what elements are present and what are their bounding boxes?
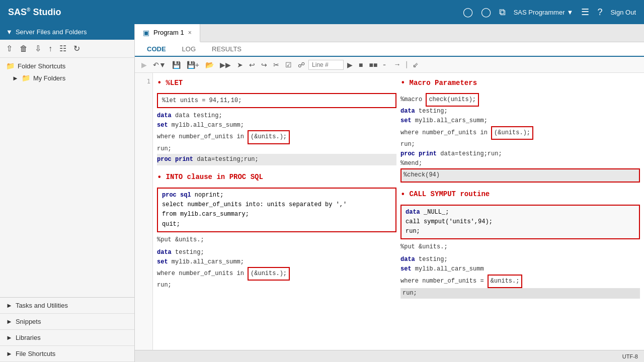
where-prefix: where number_of_units in	[157, 133, 248, 140]
my-folders-icon: 📁	[22, 74, 30, 82]
grid-icon[interactable]: ⧉	[499, 7, 506, 18]
download-button[interactable]: ⇩	[33, 43, 43, 54]
server-files-header[interactable]: ▼ Server Files and Folders	[0, 24, 134, 40]
tasks-utilities-item[interactable]: ► Tasks and Utilities	[0, 298, 134, 314]
folder-shortcuts-label: Folder Shortcuts	[18, 62, 65, 70]
send2-button[interactable]: ➤	[234, 59, 246, 70]
app-logo: SAS® Studio	[8, 7, 61, 18]
programmer-dropdown[interactable]: SAS Programmer ▼	[514, 9, 574, 16]
bullet-sql-icon: •	[157, 171, 162, 184]
header: SAS® Studio ◯ ◯ ⧉ SAS Programmer ▼ ☰ ? S…	[0, 0, 644, 24]
header-left: SAS® Studio	[8, 7, 61, 18]
sign-out-button[interactable]: Sign Out	[610, 9, 636, 16]
copy-button[interactable]: ☑	[283, 59, 294, 70]
table-button[interactable]: ☷	[57, 43, 68, 54]
section-sql-title: • INTO clause in PROC SQL	[157, 171, 396, 184]
bullet-icon: •	[157, 77, 162, 89]
left-code-column: • %LET %let units = 94,11,10; data data …	[157, 77, 396, 346]
editor-toolbar: ▶ ↶▼ 💾 💾+ 📂 ▶▶ ➤ ↩ ↪ ✂ ☑ ☍ ▶ ■ ■■ ╴ →⎹ ⇙	[135, 57, 644, 73]
file-shortcuts-label: File Shortcuts	[16, 350, 55, 357]
upload-button[interactable]: ⇧	[4, 43, 15, 54]
expand-icon: ►	[12, 74, 19, 82]
file-shortcuts-item[interactable]: ► File Shortcuts	[0, 346, 134, 362]
chevron-down-icon: ▼	[567, 9, 574, 16]
put-line: %put &units.;	[157, 235, 396, 245]
tasks-label: Tasks and Utilities	[16, 302, 68, 309]
cloud-icon[interactable]: ◯	[481, 7, 491, 18]
snippets-expand-icon: ►	[6, 318, 13, 325]
save-as-button[interactable]: 💾+	[184, 59, 202, 70]
run-all-button[interactable]: ▶	[345, 59, 355, 70]
line-number-input[interactable]	[308, 60, 344, 70]
undo-button[interactable]: ↩	[247, 59, 258, 70]
programmer-label: SAS Programmer	[514, 9, 565, 16]
open-button[interactable]: 📂	[203, 59, 216, 70]
bullet-call-icon: •	[400, 189, 406, 201]
folder-shortcuts-item[interactable]: 📁 Folder Shortcuts	[2, 60, 132, 72]
editor-content[interactable]: • %LET %let units = 94,11,10; data data …	[153, 73, 644, 350]
tab-close-button[interactable]: ×	[188, 29, 192, 36]
expand-button[interactable]: ⇙	[410, 59, 421, 70]
server-files-label: Server Files and Folders	[16, 28, 87, 36]
right-code-column: • Macro Parameters %macro check(units); …	[400, 77, 640, 346]
snippets-item[interactable]: ► Snippets	[0, 314, 134, 330]
units-highlight-3: &units.;	[488, 275, 523, 288]
send-button[interactable]: ▶▶	[217, 59, 233, 70]
put-line-right: %put &units.;	[400, 242, 640, 252]
run-selected-button[interactable]: ▶	[139, 59, 149, 70]
paste-button[interactable]: ☍	[295, 59, 307, 70]
line-numbers: 1	[135, 73, 153, 350]
my-folders-item[interactable]: ► 📁 My Folders	[2, 72, 132, 84]
tab-code[interactable]: CODE	[139, 42, 174, 57]
step-button[interactable]: ■■	[367, 59, 380, 70]
call-code-box: data _NULL_; call symput('units',94); ru…	[400, 205, 640, 240]
cut-button[interactable]: ✂	[271, 59, 282, 70]
run-undo-button[interactable]: ↶▼	[150, 59, 169, 70]
redo-button[interactable]: ↪	[259, 59, 270, 70]
question-icon[interactable]: ?	[597, 7, 602, 18]
tab-results[interactable]: RESULTS	[204, 42, 250, 56]
run-text: run;	[157, 145, 172, 152]
sidebar-toolbar: ⇧ 🗑 ⇩ ↑ ☷ ↻	[0, 40, 134, 58]
main-layout: ▼ Server Files and Folders ⇧ 🗑 ⇩ ↑ ☷ ↻ 📁…	[0, 24, 644, 362]
sidebar-bottom: ► Tasks and Utilities ► Snippets ► Libra…	[0, 297, 134, 362]
libraries-expand-icon: ►	[6, 334, 13, 341]
folder-shortcuts-icon: 📁	[6, 62, 15, 70]
format-button[interactable]: ╴	[381, 59, 390, 70]
program1-tab[interactable]: ▣ Program 1 ×	[135, 24, 200, 42]
macro-title-text: Macro Parameters	[410, 78, 477, 88]
status-bar: UTF-8	[135, 350, 644, 362]
refresh-button[interactable]: ↻	[71, 43, 82, 54]
section-let-title: • %LET	[157, 77, 396, 89]
content-area: ▣ Program 1 × CODE LOG RESULTS ▶ ↶▼ 💾 💾+…	[135, 24, 644, 362]
sidebar-tree: 📁 Folder Shortcuts ► 📁 My Folders	[0, 58, 134, 297]
call-title-text: CALL SYMPUT routine	[410, 189, 490, 200]
tasks-expand-icon: ►	[6, 302, 13, 309]
section-call-title: • CALL SYMPUT routine	[400, 189, 640, 201]
libraries-item[interactable]: ► Libraries	[0, 330, 134, 346]
snippets-label: Snippets	[16, 318, 41, 325]
stop-button[interactable]: ■	[356, 59, 365, 70]
encoding-label: UTF-8	[622, 353, 638, 359]
help-circle-icon[interactable]: ◯	[463, 7, 473, 18]
tab-log[interactable]: LOG	[174, 42, 204, 56]
menu-icon[interactable]: ☰	[581, 7, 589, 18]
set-text: mylib.all_cars_summ;	[172, 122, 244, 129]
header-right: ◯ ◯ ⧉ SAS Programmer ▼ ☰ ? Sign Out	[463, 7, 636, 18]
chevron-down-icon: ▼	[6, 28, 13, 36]
indent-button[interactable]: →⎹	[391, 59, 409, 70]
move-up-button[interactable]: ↑	[46, 43, 54, 54]
delete-button[interactable]: 🗑	[18, 43, 30, 54]
code-tabs-bar: CODE LOG RESULTS	[135, 42, 644, 57]
data-testing-2: data testing; set mylib.all_cars_summ; w…	[157, 248, 396, 291]
sql-code-box: proc sql noprint; select number_of_units…	[157, 188, 396, 232]
code-columns: • %LET %let units = 94,11,10; data data …	[153, 73, 644, 350]
libraries-label: Libraries	[16, 334, 41, 341]
save-button[interactable]: 💾	[170, 59, 183, 70]
my-folders-label: My Folders	[33, 74, 65, 82]
macro-code-block: %macro check(units); data testing; set m…	[400, 93, 640, 183]
let-title-text: %LET	[166, 78, 183, 88]
tab-bar: ▣ Program 1 ×	[135, 24, 644, 42]
units-highlight-1: (&units.);	[248, 130, 290, 144]
section-macro-title: • Macro Parameters	[400, 77, 640, 89]
